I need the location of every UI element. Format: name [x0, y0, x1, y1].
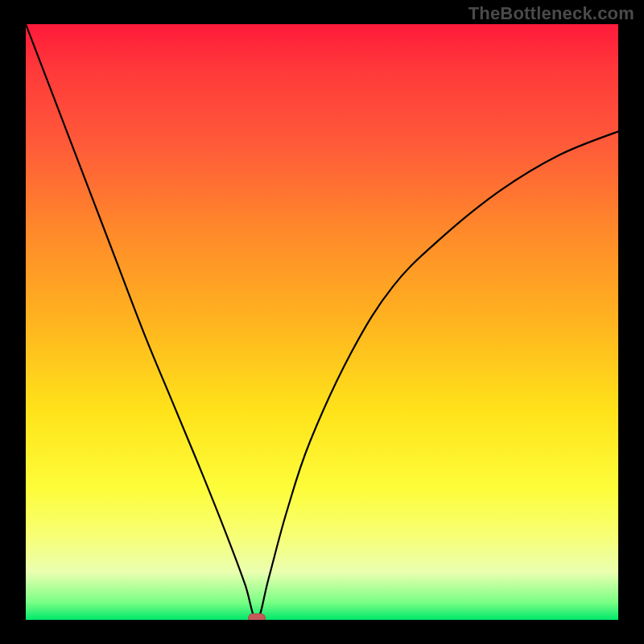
watermark-text: TheBottleneck.com: [469, 3, 634, 24]
chart-frame: TheBottleneck.com: [0, 0, 644, 644]
bottleneck-curve: [26, 24, 618, 620]
optimal-point-marker: [248, 613, 266, 620]
plot-area: [26, 24, 618, 620]
